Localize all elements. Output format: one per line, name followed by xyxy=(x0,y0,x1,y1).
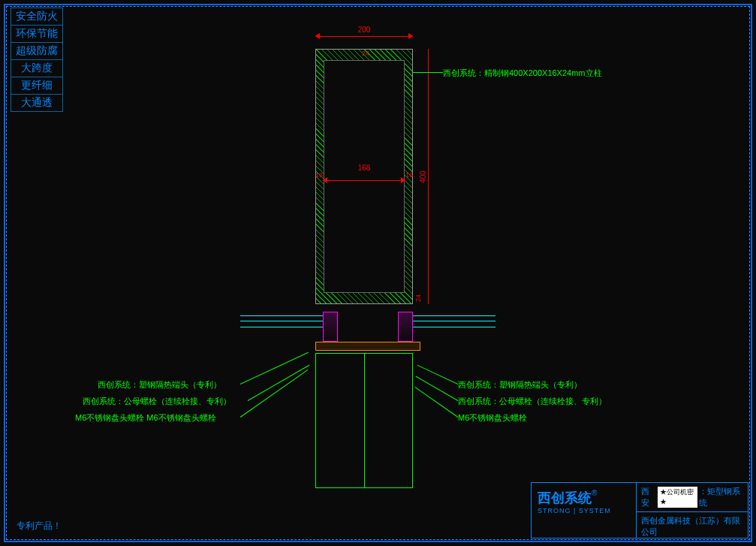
cap-divider xyxy=(364,354,365,487)
cad-canvas: 安全防火 环保节能 超级防腐 大跨度 更纤细 大通透 200 24 400 24… xyxy=(0,0,756,546)
glass-pane-line xyxy=(240,321,323,321)
glass-pane-line xyxy=(413,321,495,321)
patent-note: 专利产品！ xyxy=(17,520,62,532)
connector-right xyxy=(398,312,413,342)
feature-list: 安全防火 环保节能 超级防腐 大跨度 更纤细 大通透 xyxy=(11,8,63,111)
company-row: 西创金属科技（江苏）有限公司 xyxy=(637,512,748,541)
feature-item: 更纤细 xyxy=(11,77,63,95)
label-bolt-pair-l: 西创系统：公母螺栓（连续栓接、专利） xyxy=(83,396,231,407)
glass-pane-line xyxy=(240,327,323,327)
brand-name: 西创系统 xyxy=(538,490,592,505)
project-suffix: ：矩型钢系统 xyxy=(699,486,743,508)
glass-pane-line xyxy=(413,327,495,327)
title-info: 西安 ★公司机密★ ：矩型钢系统 西创金属科技（江苏）有限公司 xyxy=(637,483,748,538)
label-thermal-l: 西创系统：塑钢隔热端头（专利） xyxy=(98,379,221,391)
glass-pane-line xyxy=(240,315,323,316)
dim-wall-l: 16 xyxy=(315,171,323,179)
brand-subtitle: STRONG | SYSTEM xyxy=(538,507,630,514)
label-column: 西创系统：精制钢400X200X16X24mm立柱 xyxy=(443,68,602,79)
steel-column-section xyxy=(315,49,413,304)
title-brand-cell: 西创系统® STRONG | SYSTEM xyxy=(532,483,637,538)
leader-line xyxy=(413,72,443,73)
dimension-width: 200 xyxy=(315,29,413,44)
column-hollow xyxy=(324,60,405,293)
pressure-plate xyxy=(315,342,420,351)
label-thermal-r: 西创系统：塑钢隔热端头（专利） xyxy=(458,379,582,391)
feature-item: 安全防火 xyxy=(11,8,63,26)
cover-cap xyxy=(315,353,413,488)
leader-line xyxy=(417,365,458,385)
dim-value: 400 xyxy=(419,170,427,183)
feature-item: 大跨度 xyxy=(11,59,63,77)
registered-icon: ® xyxy=(592,489,597,497)
feature-item: 超级防腐 xyxy=(11,42,63,60)
connector-left xyxy=(323,312,338,342)
leader-line xyxy=(248,365,310,401)
leader-line xyxy=(240,370,309,418)
feature-item: 大通透 xyxy=(11,94,63,112)
label-m6-r: M6不锈钢盘头螺栓 xyxy=(458,412,527,424)
leader-line xyxy=(415,376,458,401)
confidential-badge: ★公司机密★ xyxy=(658,487,698,508)
project-row: 西安 ★公司机密★ ：矩型钢系统 xyxy=(637,483,748,512)
dimension-height: 400 xyxy=(420,49,435,304)
title-block: 西创系统® STRONG | SYSTEM 西安 ★公司机密★ ：矩型钢系统 西… xyxy=(531,482,748,538)
leader-line xyxy=(414,387,458,418)
glass-pane-line xyxy=(413,315,495,316)
dimension-inner: 168 xyxy=(323,173,405,173)
dim-flange-bot: 24 xyxy=(414,294,422,302)
project-prefix: 西安 xyxy=(641,486,656,508)
dim-wall-r: 16 xyxy=(405,171,413,179)
dim-value: 200 xyxy=(315,26,413,34)
label-m6-l: M6不锈钢盘头螺栓 M6不锈钢盘头螺栓 xyxy=(75,412,216,424)
feature-item: 环保节能 xyxy=(11,25,63,43)
dim-value: 168 xyxy=(323,164,405,172)
drawing-area: 200 24 400 24 168 16 16 西创系统：精制钢400X200X… xyxy=(90,23,661,488)
label-bolt-pair-r: 西创系统：公母螺栓（连续栓接、专利） xyxy=(458,396,607,407)
